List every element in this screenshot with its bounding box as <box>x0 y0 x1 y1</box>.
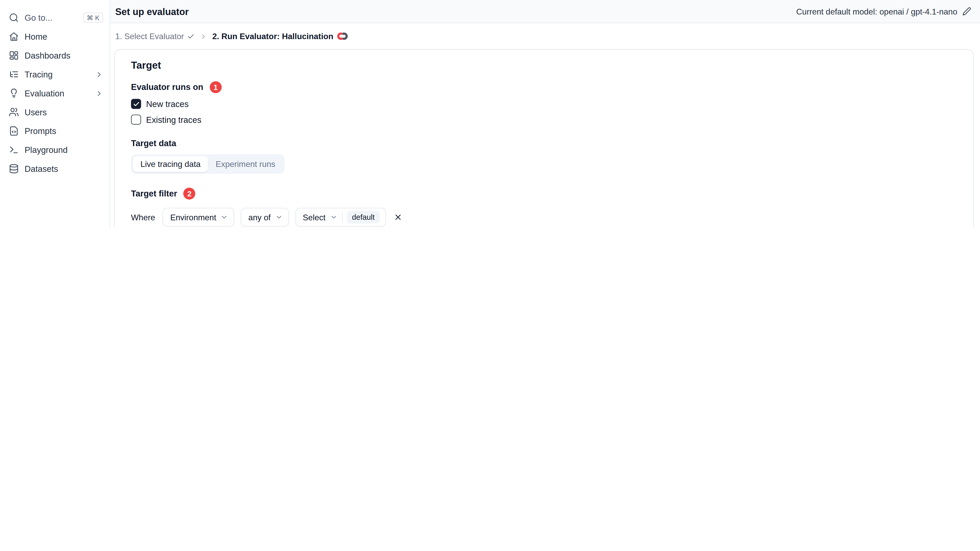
sidebar-item-label: Dashboards <box>25 51 103 60</box>
check-icon <box>187 32 195 40</box>
home-icon <box>9 31 19 41</box>
step-badge-1: 1 <box>210 81 221 93</box>
target-card: Target Evaluator runs on 1 New traces Ex… <box>114 49 974 227</box>
datasets-icon <box>9 164 19 174</box>
users-icon <box>9 107 19 117</box>
target-filter-label: Target filter 2 <box>131 187 966 200</box>
filter-field-select[interactable]: Environment <box>162 208 234 227</box>
content: 1. Select Evaluator 2. Run Evaluator: Ha… <box>110 23 980 227</box>
page-title: Set up evaluator <box>115 6 189 17</box>
target-data-text: Target data <box>131 138 176 148</box>
breadcrumb-step2: 2. Run Evaluator: Hallucination <box>212 31 348 41</box>
sidebar-item-users[interactable]: Users <box>0 103 110 122</box>
filter-row: Where Environment any of Select default <box>131 208 966 227</box>
sidebar-item-label: Home <box>25 32 103 41</box>
filter-value-select[interactable]: Select default <box>295 208 386 227</box>
evaluator-runs-on-text: Evaluator runs on <box>131 83 203 92</box>
filter-operator-value: any of <box>248 213 270 222</box>
checkbox-new-traces-label: New traces <box>146 99 189 109</box>
evaluation-icon <box>9 88 19 98</box>
default-model-label: Current default model: openai / gpt-4.1-… <box>796 7 958 16</box>
sidebar-item-label: Evaluation <box>25 88 89 98</box>
chevron-down-icon <box>330 214 337 221</box>
where-label: Where <box>131 213 155 222</box>
checkbox-checked-icon[interactable] <box>131 99 141 109</box>
breadcrumb: 1. Select Evaluator 2. Run Evaluator: Ha… <box>110 23 980 48</box>
evaluator-runs-on-label: Evaluator runs on 1 <box>131 81 966 93</box>
prompts-icon <box>9 126 19 136</box>
sidebar-item-label: Playground <box>25 145 103 154</box>
checkbox-new-traces[interactable]: New traces <box>131 99 966 109</box>
filter-value-chip: default <box>347 211 380 224</box>
target-data-tabs: Live tracing data Experiment runs <box>131 154 285 174</box>
topbar: Set up evaluator Current default model: … <box>110 0 980 23</box>
tracing-icon <box>9 69 19 79</box>
chevron-right-icon <box>95 89 103 97</box>
playground-icon <box>9 145 19 155</box>
checkbox-unchecked-icon[interactable] <box>131 114 141 125</box>
sidebar-item-prompts[interactable]: Prompts <box>0 122 110 140</box>
goto-search[interactable]: Go to... ⌘ K <box>0 8 110 27</box>
chevron-down-icon <box>221 214 228 221</box>
sidebar-item-label: Tracing <box>25 70 89 79</box>
chevron-right-icon <box>95 70 103 79</box>
app-window: Go to... ⌘ K Home Dashboards Tracing Eva… <box>0 0 980 227</box>
breadcrumb-step1-label: 1. Select Evaluator <box>115 31 184 41</box>
sidebar-item-playground[interactable]: Playground <box>0 140 110 159</box>
sidebar-item-datasets[interactable]: Datasets <box>0 159 110 178</box>
filter-value-placeholder: Select <box>303 213 326 222</box>
shortcut-badge: ⌘ K <box>83 13 103 23</box>
tab-live-tracing-data[interactable]: Live tracing data <box>133 156 208 172</box>
target-data-label: Target data <box>131 138 966 148</box>
edit-model-icon[interactable] <box>963 7 971 16</box>
sidebar-item-tracing[interactable]: Tracing <box>0 65 110 84</box>
target-filter-text: Target filter <box>131 189 177 198</box>
sidebar-item-evaluation[interactable]: Evaluation <box>0 84 110 103</box>
sidebar-item-dashboards[interactable]: Dashboards <box>0 46 110 65</box>
main-area: Set up evaluator Current default model: … <box>110 0 980 227</box>
filter-operator-select[interactable]: any of <box>241 208 289 227</box>
sidebar: Go to... ⌘ K Home Dashboards Tracing Eva… <box>0 0 110 227</box>
divider <box>342 212 342 222</box>
sidebar-item-label: Datasets <box>25 164 103 173</box>
step-badge-2: 2 <box>183 187 196 200</box>
chevron-right-icon <box>200 32 207 40</box>
search-icon <box>9 13 19 23</box>
goto-label: Go to... <box>25 13 77 22</box>
breadcrumb-step2-label: 2. Run Evaluator: Hallucination <box>212 31 333 41</box>
sidebar-item-home[interactable]: Home <box>0 27 110 46</box>
dashboards-icon <box>9 50 19 60</box>
breadcrumb-step1[interactable]: 1. Select Evaluator <box>115 31 195 41</box>
checkbox-existing-traces[interactable]: Existing traces <box>131 114 966 125</box>
chevron-down-icon <box>275 214 283 221</box>
target-heading: Target <box>131 60 966 71</box>
remove-filter-icon[interactable] <box>393 213 402 222</box>
checkbox-existing-traces-label: Existing traces <box>146 115 202 124</box>
sidebar-item-label: Users <box>25 107 103 117</box>
tab-experiment-runs[interactable]: Experiment runs <box>208 156 283 172</box>
filter-field-value: Environment <box>170 213 216 222</box>
sidebar-item-label: Prompts <box>25 126 103 135</box>
ragas-logo-icon <box>337 32 348 40</box>
